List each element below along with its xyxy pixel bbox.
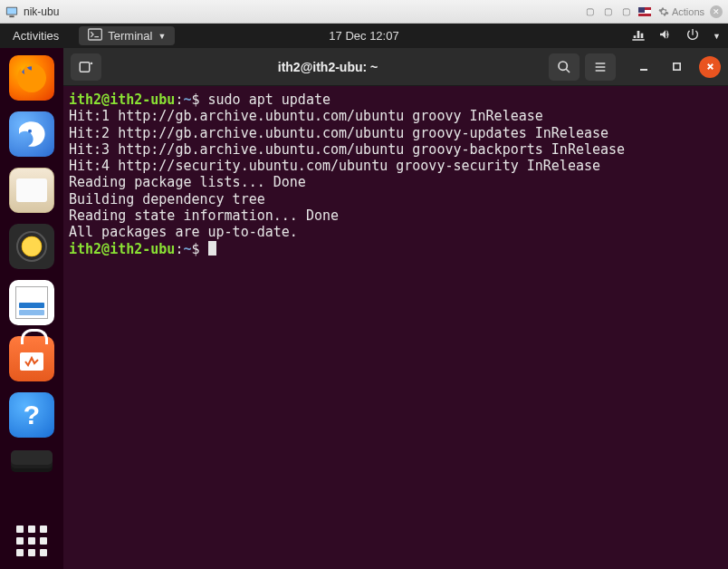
gnome-top-bar: Activities Terminal ▼ 17 Dec 12:07 ▼: [0, 24, 728, 48]
vm-keyboard-flag[interactable]: [638, 5, 651, 18]
hamburger-menu-button[interactable]: [585, 53, 616, 81]
ubuntu-dock: ?: [0, 48, 63, 569]
prompt-user: ith2@ith2-ubu: [69, 241, 175, 257]
vm-actions-button[interactable]: Actions: [658, 6, 704, 17]
output-line: Hit:1 http://gb.archive.ubuntu.com/ubunt…: [69, 108, 543, 124]
window-close-button[interactable]: [699, 56, 721, 78]
svg-rect-1: [7, 7, 17, 14]
tray-chevron-down-icon: ▼: [713, 32, 721, 41]
terminal-window: ith2@ith2-ubu: ~ ith2@ith2-ubu:~$ sudo a…: [63, 48, 728, 569]
svg-rect-3: [89, 29, 102, 40]
dock-thunderbird[interactable]: [9, 111, 54, 157]
dock-ubuntu-software[interactable]: [9, 336, 54, 381]
activities-button[interactable]: Activities: [7, 29, 64, 43]
network-icon[interactable]: [631, 27, 646, 44]
terminal-title: ith2@ith2-ubu: ~: [107, 60, 549, 74]
dock-files[interactable]: [9, 168, 54, 213]
svg-point-5: [28, 130, 32, 133]
window-maximize-button[interactable]: [666, 57, 686, 77]
dock-show-applications[interactable]: [16, 526, 47, 556]
terminal-icon: [88, 28, 102, 43]
volume-icon[interactable]: [658, 27, 673, 44]
output-line: Reading package lists... Done: [69, 174, 306, 190]
window-minimize-button[interactable]: [634, 57, 654, 77]
new-tab-button[interactable]: [71, 53, 101, 81]
desktop-workspace: ? ith2@ith2-ubu: ~: [0, 48, 728, 569]
power-icon[interactable]: [685, 27, 700, 44]
output-line: Hit:2 http://gb.archive.ubuntu.com/ubunt…: [69, 125, 608, 141]
vm-close-button[interactable]: ✕: [710, 5, 723, 18]
terminal-output[interactable]: ith2@ith2-ubu:~$ sudo apt update Hit:1 h…: [63, 86, 728, 569]
clock[interactable]: 17 Dec 12:07: [329, 29, 398, 43]
dock-rhythmbox[interactable]: [9, 224, 54, 269]
system-tray[interactable]: ▼: [631, 27, 721, 44]
terminal-headerbar: ith2@ith2-ubu: ~: [63, 48, 728, 86]
terminal-cursor: [208, 241, 216, 256]
dock-libreoffice-writer[interactable]: [9, 280, 54, 325]
svg-rect-7: [80, 62, 90, 72]
svg-point-8: [559, 62, 567, 70]
entered-command: sudo apt update: [208, 92, 330, 108]
vm-network-icon[interactable]: ▢: [620, 5, 633, 18]
dock-drawer-icon[interactable]: [11, 450, 53, 465]
vm-display-icon[interactable]: ▢: [584, 5, 597, 18]
svg-rect-2: [9, 15, 14, 17]
app-menu-label: Terminal: [108, 29, 152, 43]
chevron-down-icon: ▼: [158, 32, 166, 41]
output-line: Hit:3 http://gb.archive.ubuntu.com/ubunt…: [69, 141, 625, 158]
output-line: All packages are up-to-date.: [69, 224, 298, 240]
output-line: Reading state information... Done: [69, 207, 339, 224]
svg-rect-6: [20, 352, 43, 371]
app-menu-button[interactable]: Terminal ▼: [79, 26, 175, 45]
output-line: Building dependency tree: [69, 191, 265, 207]
output-line: Hit:4 http://security.ubuntu.com/ubuntu …: [69, 158, 600, 174]
search-button[interactable]: [549, 53, 580, 81]
dock-help[interactable]: ?: [9, 392, 54, 438]
vm-usb-icon[interactable]: ▢: [602, 5, 615, 18]
vm-window-title: nik-ubu: [24, 5, 59, 18]
prompt-user: ith2@ith2-ubu: [69, 92, 175, 108]
dock-firefox[interactable]: [9, 55, 54, 101]
vm-app-icon: [5, 5, 18, 18]
svg-rect-9: [673, 63, 679, 70]
vm-window-titlebar: nik-ubu ▢ ▢ ▢ Actions ✕: [0, 0, 728, 24]
